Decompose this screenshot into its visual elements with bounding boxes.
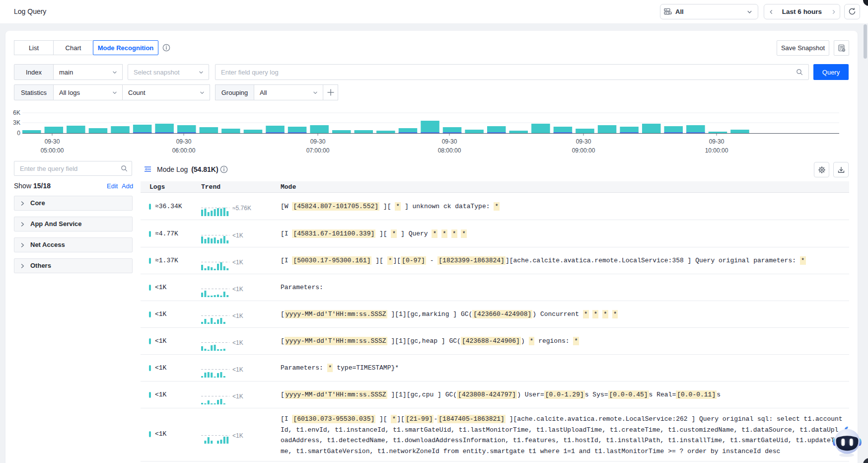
svg-text:09-30: 09-30: [442, 138, 457, 145]
svg-text:07:00:00: 07:00:00: [306, 147, 330, 154]
svg-text:<1K: <1K: [232, 394, 243, 400]
svg-text:≈5.76K: ≈5.76K: [232, 206, 251, 212]
svg-text:<1K: <1K: [232, 313, 243, 319]
svg-text:09-30: 09-30: [310, 138, 326, 145]
svg-text:<1K: <1K: [232, 340, 243, 346]
svg-text:6K: 6K: [13, 109, 20, 116]
svg-text:<1K: <1K: [232, 287, 243, 293]
svg-text:09:00:00: 09:00:00: [572, 147, 595, 154]
svg-text:09-30: 09-30: [176, 138, 192, 145]
svg-text:08:00:00: 08:00:00: [438, 147, 461, 154]
svg-text:06:00:00: 06:00:00: [172, 147, 196, 154]
svg-text:<1K: <1K: [232, 433, 243, 439]
svg-text:09-30: 09-30: [45, 138, 60, 145]
svg-text:0: 0: [17, 130, 20, 137]
svg-text:09-30: 09-30: [576, 138, 591, 145]
svg-text:09-30: 09-30: [709, 138, 724, 145]
svg-text:<1K: <1K: [232, 260, 243, 266]
svg-text:<1K: <1K: [232, 367, 243, 373]
svg-text:3K: 3K: [13, 119, 20, 126]
svg-text:<1K: <1K: [232, 233, 243, 239]
svg-text:05:00:00: 05:00:00: [41, 147, 64, 154]
svg-text:10:00:00: 10:00:00: [705, 147, 728, 154]
